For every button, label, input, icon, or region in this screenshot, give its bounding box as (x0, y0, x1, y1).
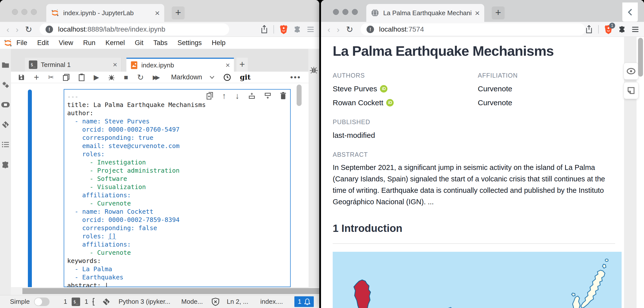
run-icon[interactable]: ▶ (94, 74, 99, 81)
kernel-name[interactable]: Python 3 (ipyker... (118, 298, 170, 306)
brave-button[interactable]: 1 (604, 25, 613, 34)
cell-type-select[interactable]: Markdown (171, 74, 202, 81)
reload-icon[interactable]: ↻ (25, 25, 32, 34)
run-all-icon[interactable]: ▶▶ (153, 74, 158, 80)
command-mode-indicator[interactable]: Mode... (182, 298, 203, 306)
browser-tab[interactable]: La Palma Earthquake Mechanis × (366, 4, 484, 22)
author-name[interactable]: Rowan Cockett (333, 98, 383, 107)
add-tab-button[interactable]: + (236, 58, 248, 72)
menu-icon[interactable] (632, 26, 639, 32)
author-name[interactable]: Steve Purves (333, 84, 377, 93)
menu-icon[interactable] (307, 26, 314, 32)
code-line[interactable]: affiliations: (67, 240, 290, 248)
menu-run[interactable]: Run (83, 39, 96, 47)
minimize-window-button[interactable] (342, 9, 348, 15)
delete-cell-icon[interactable] (280, 92, 286, 100)
insert-below-icon[interactable] (264, 92, 271, 100)
menu-view[interactable]: View (59, 39, 73, 47)
code-line[interactable]: - La Palma (67, 265, 290, 273)
info-icon[interactable]: ! (366, 26, 374, 33)
menu-tabs[interactable]: Tabs (153, 39, 168, 47)
git-toolbar-label[interactable]: git (240, 73, 250, 81)
info-icon[interactable]: ! (46, 26, 53, 33)
close-icon[interactable]: × (113, 60, 117, 69)
code-line[interactable]: - Earthquakes (67, 273, 290, 282)
tab-index-ipynb[interactable]: index.ipynb × (126, 58, 234, 72)
annotation-button[interactable] (624, 82, 638, 99)
copy-icon[interactable] (63, 74, 70, 81)
share-icon[interactable] (260, 25, 268, 34)
code-line[interactable]: affiliations: (67, 191, 290, 199)
right-titlebar[interactable]: La Palma Earthquake Mechanis × + (321, 0, 644, 22)
paste-icon[interactable] (78, 74, 85, 81)
code-line[interactable]: - Visualization (67, 183, 290, 191)
puzzle-icon[interactable] (2, 161, 10, 169)
git-icon[interactable] (2, 121, 9, 128)
zoom-window-button[interactable] (31, 9, 37, 15)
code-line[interactable]: title: La Palma Earthquake Mechanisms (67, 101, 290, 109)
browser-tab[interactable]: index.ipynb - JupyterLab × (46, 4, 164, 22)
close-window-button[interactable] (333, 9, 339, 15)
close-icon[interactable]: × (226, 61, 230, 70)
code-line[interactable]: - name: Steve Purves (67, 117, 290, 126)
left-titlebar[interactable]: index.ipynb - JupyterLab × + (0, 0, 319, 22)
kernels-icon[interactable] (1, 102, 10, 108)
code-line[interactable]: - Curvenote (67, 248, 290, 257)
code-line[interactable]: orcid: 0000-0002-0760-5497 (67, 126, 290, 134)
move-down-icon[interactable]: ↓ (235, 92, 240, 100)
duplicate-cell-icon[interactable] (206, 92, 213, 100)
debugger-bug-icon[interactable] (310, 66, 318, 74)
share-icon[interactable] (585, 25, 593, 34)
code-line[interactable]: keywords: (67, 257, 290, 265)
back-icon[interactable]: ‹ (6, 25, 9, 34)
new-tab-button[interactable]: + (172, 6, 185, 20)
orcid-icon[interactable]: iD (386, 99, 394, 106)
address-bar[interactable]: ! localhost:7574 (360, 24, 585, 35)
zoom-window-button[interactable] (352, 9, 358, 15)
code-line[interactable]: email: steve@curvenote.com (67, 142, 290, 150)
insert-above-icon[interactable] (248, 92, 255, 100)
folder-icon[interactable] (2, 62, 9, 68)
visibility-button[interactable] (624, 63, 638, 80)
move-up-icon[interactable]: ↑ (222, 92, 226, 100)
git-branch-icon[interactable] (102, 298, 110, 306)
extensions-icon[interactable] (294, 26, 301, 33)
code-line[interactable]: - Investigation (67, 158, 290, 166)
forward-icon[interactable]: › (16, 25, 18, 34)
code-line[interactable]: author: (67, 109, 290, 117)
debug-icon[interactable] (108, 74, 115, 80)
menu-git[interactable]: Git (135, 39, 144, 47)
code-line[interactable]: orcid: 0000-0002-7859-8394 (67, 216, 290, 224)
file-path-indicator[interactable]: index.... (260, 298, 283, 306)
horizontal-scrollbar-thumb[interactable] (22, 288, 319, 294)
stop-icon[interactable]: ■ (124, 74, 128, 81)
clock-icon[interactable] (224, 74, 231, 81)
orcid-icon[interactable]: iD (380, 85, 388, 92)
cut-icon[interactable]: ✂ (48, 74, 54, 81)
menu-kernel[interactable]: Kernel (106, 39, 125, 47)
trust-shield-icon[interactable] (212, 298, 219, 306)
more-icon[interactable]: ••• (290, 73, 301, 82)
code-line[interactable]: - name: Rowan Cockett (67, 208, 290, 216)
code-line[interactable]: roles: (67, 150, 290, 158)
minimize-window-button[interactable] (22, 9, 27, 15)
new-tab-button[interactable]: + (492, 6, 505, 20)
back-icon[interactable]: ‹ (328, 25, 330, 34)
forward-icon[interactable]: › (337, 25, 340, 34)
code-line[interactable]: abstract: | (67, 282, 290, 287)
menu-edit[interactable]: Edit (37, 39, 49, 47)
restart-icon[interactable]: ↻ (137, 74, 144, 81)
close-window-button[interactable] (12, 9, 18, 15)
collapse-panel-button[interactable] (622, 2, 638, 22)
notebook-scrollbar[interactable] (296, 84, 302, 106)
extensions-icon[interactable] (618, 26, 626, 33)
markdown-cell[interactable]: ↑ ↓ ---title: La Palma Earthquake Mechan… (64, 89, 291, 287)
code-line[interactable]: - Project administration (67, 166, 290, 175)
brave-icon[interactable] (280, 25, 288, 34)
save-icon[interactable] (18, 74, 25, 81)
menu-file[interactable]: File (16, 39, 27, 47)
menu-settings[interactable]: Settings (178, 39, 202, 47)
page-scrollbar[interactable] (638, 38, 643, 77)
cell-collapser[interactable] (28, 90, 32, 287)
add-cell-icon[interactable]: + (34, 73, 39, 82)
